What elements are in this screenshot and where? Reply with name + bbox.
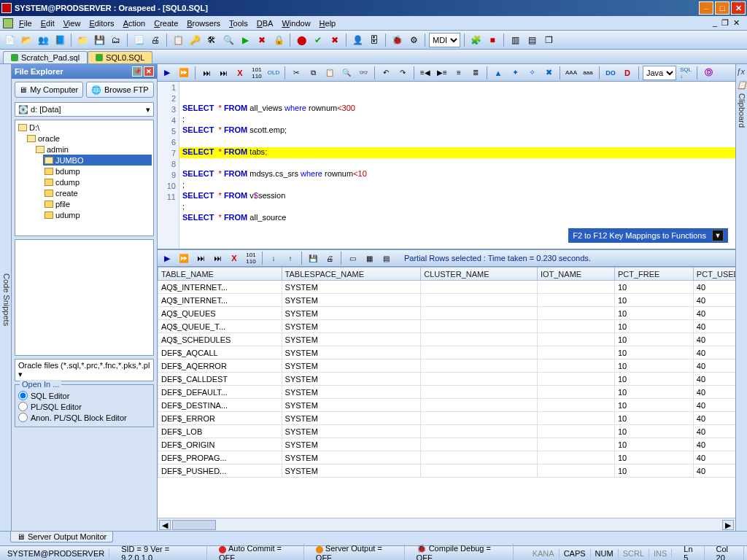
stop2-icon[interactable]: ■ <box>485 33 500 47</box>
redo-icon[interactable]: ↷ <box>395 66 410 80</box>
scroll-right-icon[interactable]: ▶ <box>722 520 734 530</box>
menu-view[interactable]: View <box>59 18 85 28</box>
openin-radio[interactable]: PL/SQL Editor <box>18 402 150 411</box>
clipboard-icon[interactable]: 📋 <box>737 80 747 90</box>
search-icon[interactable]: 🔍 <box>221 33 236 47</box>
plan-icon[interactable]: ⏭ <box>199 66 214 80</box>
table-row[interactable]: DEF$_PROPAG...SYSTEM10401255 <box>158 451 736 464</box>
menu-editors[interactable]: Editors <box>85 18 118 28</box>
plugin-icon[interactable]: 🧩 <box>468 33 483 47</box>
table-row[interactable]: AQ$_INTERNET...SYSTEM10401255 <box>158 281 736 294</box>
saveall-icon[interactable]: 🗂 <box>109 33 123 47</box>
table-row[interactable]: DEF$_DESTINA...SYSTEM10401255 <box>158 399 736 412</box>
results-grid[interactable]: TABLE_NAMETABLESPACE_NAMECLUSTER_NAMEIOT… <box>158 267 735 518</box>
tree-node[interactable]: admin <box>34 144 152 155</box>
res-down-icon[interactable]: ↓ <box>266 251 281 265</box>
run-icon[interactable]: ▶ <box>238 33 252 47</box>
clear-bm-icon[interactable]: ✖ <box>541 66 556 80</box>
key-mapping-hint[interactable]: F2 to F12 Key Mappings to Functions <box>568 228 728 243</box>
tools-icon[interactable]: 🛠 <box>204 33 219 47</box>
save-icon[interactable]: 💾 <box>92 33 107 47</box>
commit-icon[interactable]: ✔ <box>311 33 325 47</box>
browse-ftp-button[interactable]: 🌐 Browse FTP <box>86 82 155 98</box>
language-select[interactable]: Java <box>643 66 676 80</box>
exec-all-icon[interactable]: ⏩ <box>177 66 191 80</box>
panel-close-icon[interactable]: ✕ <box>144 66 154 77</box>
server-output-tab[interactable]: 🖥 Server Output Monitor <box>10 532 113 542</box>
doc-icon[interactable]: 📃 <box>131 33 146 47</box>
res-nums-icon[interactable]: 101110 <box>244 251 258 265</box>
res-all-icon[interactable]: ⏩ <box>177 251 191 265</box>
column-header[interactable]: PCT_FREE <box>614 268 693 281</box>
x-icon[interactable]: X <box>233 66 247 80</box>
pin-icon[interactable]: 📌 <box>132 66 142 77</box>
mdi-select[interactable]: MDI <box>429 33 460 47</box>
table-row[interactable]: DEF$_CALLDESTSYSTEM10401255 <box>158 373 736 386</box>
stop-icon[interactable]: ⬤ <box>294 33 309 47</box>
tree-node[interactable]: udump <box>43 209 152 220</box>
cut-icon[interactable]: ✂ <box>289 66 303 80</box>
lower-icon[interactable]: aaa <box>581 66 595 80</box>
res-x-icon[interactable]: X <box>227 251 241 265</box>
drive-select[interactable]: 💽 d: [Data]▾ <box>15 102 154 117</box>
menu-help[interactable]: Help <box>315 18 341 28</box>
chevron-down-icon[interactable] <box>712 230 724 241</box>
next-bm-icon[interactable]: ✦ <box>508 66 522 80</box>
table-row[interactable]: DEF$_ERRORSYSTEM10401255 <box>158 412 736 425</box>
scroll-thumb[interactable] <box>172 520 216 530</box>
prev-bm-icon[interactable]: ✧ <box>525 66 539 80</box>
undo-icon[interactable]: ↶ <box>379 66 393 80</box>
fx-icon[interactable]: ƒx <box>737 67 747 77</box>
tab-sql0.sql[interactable]: SQL0.SQL <box>88 51 152 63</box>
table-row[interactable]: AQ$_SCHEDULESSYSTEM10401255 <box>158 333 736 346</box>
book-icon[interactable]: 📘 <box>53 33 67 47</box>
paste-icon[interactable]: 📋 <box>322 66 337 80</box>
outdent-icon[interactable]: ≡◀ <box>418 66 433 80</box>
tree-node[interactable]: create <box>43 187 152 198</box>
tile-v-icon[interactable]: ▤ <box>525 33 539 47</box>
bug-icon[interactable]: 🐞 <box>390 33 404 47</box>
res-plan2-icon[interactable]: ⏭ <box>210 251 225 265</box>
scroll-left-icon[interactable]: ◀ <box>159 520 171 530</box>
tree-node[interactable]: pfile <box>43 198 152 209</box>
openin-radio[interactable]: SQL Editor <box>18 391 150 400</box>
table-row[interactable]: DEF$_ORIGINSYSTEM10401255 <box>158 438 736 451</box>
open-icon[interactable]: 📂 <box>19 33 34 47</box>
exec-icon[interactable]: ▶ <box>160 66 174 80</box>
table-row[interactable]: AQ$_QUEUESSYSTEM10401255 <box>158 307 736 320</box>
tab-scratch_pad.sql[interactable]: Scratch_Pad.sql <box>3 51 88 63</box>
menu-browsers[interactable]: Browsers <box>182 18 225 28</box>
code-snippets-rail[interactable]: Code Snippets <box>0 64 12 531</box>
d2-icon[interactable]: Ⓓ <box>701 66 716 80</box>
db-icon[interactable]: 🗄 <box>367 33 382 47</box>
mdi-close-icon[interactable]: ✕ <box>733 18 740 28</box>
rollback-icon[interactable]: ✖ <box>328 33 342 47</box>
table-row[interactable]: DEF$_LOBSYSTEM10401255 <box>158 425 736 438</box>
horizontal-scrollbar[interactable]: ◀ ▶ <box>158 518 735 531</box>
left-align-icon[interactable]: ≡ <box>452 66 466 80</box>
folder-tree[interactable]: D:\oracleadminJUMBObdumpcdumpcreatepfile… <box>15 120 154 236</box>
res-print-icon[interactable]: 🖨 <box>322 251 337 265</box>
upper-icon[interactable]: AAA <box>564 66 578 80</box>
column-header[interactable]: TABLESPACE_NAME <box>282 268 421 281</box>
tile-h-icon[interactable]: ▥ <box>508 33 522 47</box>
bookmark-icon[interactable]: ▲ <box>491 66 506 80</box>
open2-icon[interactable]: 📁 <box>75 33 90 47</box>
cancel-icon[interactable]: ✖ <box>255 33 269 47</box>
menu-edit[interactable]: Edit <box>36 18 59 28</box>
menu-dba[interactable]: DBA <box>252 18 278 28</box>
plan2-icon[interactable]: ⏭ <box>216 66 231 80</box>
menu-tools[interactable]: Tools <box>225 18 252 28</box>
old-icon[interactable]: OLD <box>266 66 281 80</box>
res-grid3-icon[interactable]: ▤ <box>379 251 393 265</box>
gear-icon[interactable]: ⚙ <box>406 33 421 47</box>
menu-create[interactable]: Create <box>150 18 182 28</box>
table-row[interactable]: DEF$_AQERRORSYSTEM10401255 <box>158 359 736 373</box>
column-header[interactable]: CLUSTER_NAME <box>421 268 538 281</box>
do-icon[interactable]: DO <box>603 66 618 80</box>
res-up-icon[interactable]: ↑ <box>283 251 298 265</box>
nums-icon[interactable]: 101110 <box>249 66 264 80</box>
mdi-minimize-icon[interactable]: _ <box>713 18 717 28</box>
replace-icon[interactable]: 👓 <box>356 66 371 80</box>
center-align-icon[interactable]: ≣ <box>468 66 483 80</box>
